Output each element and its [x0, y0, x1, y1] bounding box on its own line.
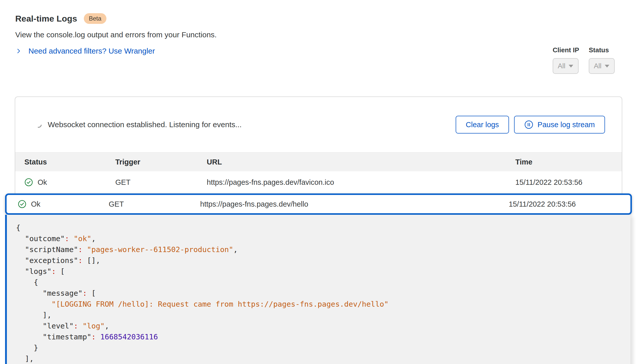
selected-log-row[interactable]: Ok GET https://pages-fns.pages.dev/hello… — [5, 193, 632, 215]
column-header-trigger: Trigger — [115, 158, 207, 166]
client-ip-filter: Client IP All — [553, 46, 579, 74]
cell-url: https://pages-fns.pages.dev/favicon.ico — [207, 178, 515, 187]
check-circle-icon — [24, 178, 33, 187]
cell-time: 15/11/2022 20:53:56 — [509, 200, 619, 208]
pause-log-stream-label: Pause log stream — [537, 121, 595, 129]
connection-status-text: Websocket connection established. Listen… — [48, 120, 242, 129]
connection-status: Websocket connection established. Listen… — [35, 120, 242, 129]
chevron-right-icon — [15, 48, 22, 54]
column-header-status: Status — [24, 158, 115, 166]
client-ip-filter-value: All — [558, 62, 565, 70]
caret-down-icon — [604, 64, 610, 68]
cell-time: 15/11/2022 20:53:56 — [515, 178, 613, 187]
logs-table-header: Status Trigger URL Time — [15, 152, 622, 171]
client-ip-filter-dropdown[interactable]: All — [553, 58, 579, 74]
json-code: { "outcome": "ok", "scriptName": "pages-… — [16, 222, 613, 364]
log-table-row[interactable]: Ok GET https://pages-fns.pages.dev/favic… — [15, 171, 622, 193]
caret-down-icon — [568, 64, 574, 68]
json-detail-panel: { "outcome": "ok", "scriptName": "pages-… — [5, 215, 630, 364]
page-subtitle: View the console.log output and errors f… — [15, 30, 217, 39]
cell-url: https://pages-fns.pages.dev/hello — [200, 200, 509, 208]
beta-badge: Beta — [84, 13, 106, 24]
cell-trigger: GET — [109, 200, 200, 208]
expanded-log-entry: Ok GET https://pages-fns.pages.dev/hello… — [5, 193, 632, 364]
column-header-time: Time — [515, 158, 613, 166]
pause-circle-icon — [524, 120, 533, 129]
status-filter-value: All — [594, 62, 601, 70]
spinner-icon — [35, 121, 43, 129]
column-header-url: URL — [207, 158, 515, 166]
filter-controls: Client IP All Status All — [553, 46, 615, 74]
status-filter: Status All — [589, 46, 615, 74]
status-filter-dropdown[interactable]: All — [589, 58, 615, 74]
clear-logs-button[interactable]: Clear logs — [456, 116, 509, 134]
client-ip-filter-label: Client IP — [553, 46, 579, 54]
cell-status: Ok — [38, 178, 47, 187]
cell-trigger: GET — [115, 178, 207, 187]
pause-log-stream-button[interactable]: Pause log stream — [514, 116, 605, 134]
status-filter-label: Status — [589, 46, 609, 54]
check-circle-icon — [18, 200, 26, 208]
page-header: Real-time Logs Beta View the console.log… — [15, 13, 217, 55]
wrangler-link[interactable]: Need advanced filters? Use Wrangler — [28, 47, 155, 55]
cell-status: Ok — [31, 200, 40, 208]
wrangler-link-row[interactable]: Need advanced filters? Use Wrangler — [15, 47, 217, 55]
clear-logs-label: Clear logs — [466, 121, 499, 129]
page-title: Real-time Logs — [15, 14, 77, 24]
panel-toolbar: Websocket connection established. Listen… — [15, 97, 622, 152]
